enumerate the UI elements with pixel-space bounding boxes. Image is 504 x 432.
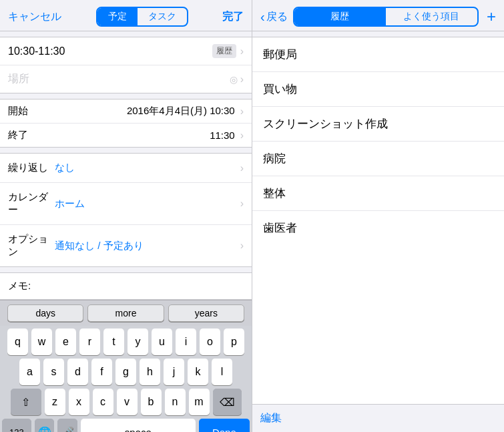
back-chevron-icon: ‹	[260, 9, 265, 25]
list-item[interactable]: 歯医者	[252, 211, 504, 245]
keyboard-area: days more years q w e r t y u i o p a s	[0, 300, 252, 432]
date-section: 開始 2016年4月4日(月) 10:30 › 終了 11:30 ›	[0, 99, 252, 148]
key-s[interactable]: s	[43, 359, 64, 385]
key-a[interactable]: a	[19, 359, 40, 385]
repeat-value: なし	[55, 162, 240, 174]
space-key[interactable]: space	[81, 419, 196, 432]
key-p[interactable]: p	[224, 329, 244, 355]
segment-control: 予定 タスク	[96, 7, 188, 27]
key-v[interactable]: v	[117, 389, 138, 415]
edit-button[interactable]: 編集	[260, 411, 282, 425]
add-button[interactable]: +	[487, 7, 496, 26]
location-placeholder: 場所	[8, 72, 230, 86]
right-top-bar: ‹ 戻る 履歴 よく使う項目 +	[252, 0, 504, 31]
options-section: 繰り返し なし › カレンダー ホーム › オプション 通知なし / 予定あり …	[0, 153, 252, 267]
start-date-row[interactable]: 開始 2016年4月4日(月) 10:30 ›	[0, 99, 252, 124]
list-item[interactable]: スクリーンショット作成	[252, 107, 504, 142]
chevron-right-icon: ›	[240, 45, 244, 57]
schedule-segment-button[interactable]: 予定	[97, 8, 138, 25]
start-label: 開始	[8, 105, 32, 118]
key-n[interactable]: n	[165, 389, 186, 415]
start-chevron-icon: ›	[240, 105, 244, 118]
calendar-chevron-icon: ›	[240, 198, 244, 210]
back-label: 戻る	[266, 10, 288, 24]
globe-key[interactable]: 🌐	[35, 419, 55, 432]
right-panel: ‹ 戻る 履歴 よく使う項目 + 郵便局 買い物 スクリーンショット作成 病院 …	[252, 0, 504, 432]
key-c[interactable]: c	[93, 389, 113, 415]
key-q[interactable]: q	[7, 329, 28, 355]
key-y[interactable]: y	[128, 329, 148, 355]
top-bar: キャンセル 予定 タスク 完了	[0, 0, 252, 31]
key-g[interactable]: g	[115, 359, 136, 385]
key-j[interactable]: j	[164, 359, 184, 385]
key-m[interactable]: m	[189, 389, 210, 415]
back-button[interactable]: ‹ 戻る	[260, 9, 288, 25]
mic-key[interactable]: 🎤	[57, 419, 77, 432]
repeat-row[interactable]: 繰り返し なし ›	[0, 154, 252, 183]
key-row-2: a s d f g h j k l	[2, 359, 250, 385]
key-rows: q w e r t y u i o p a s d f g h j k	[0, 326, 252, 432]
list-item[interactable]: 病院	[252, 142, 504, 176]
task-segment-button[interactable]: タスク	[138, 8, 187, 25]
history-segment-button[interactable]: 履歴	[294, 8, 386, 25]
end-chevron-icon: ›	[240, 130, 244, 142]
history-badge: 履歴	[212, 44, 236, 58]
list-item[interactable]: 郵便局	[252, 37, 504, 72]
key-i[interactable]: i	[176, 329, 196, 355]
time-section: 10:30-11:30 履歴 › 場所 ◎ ›	[0, 37, 252, 93]
key-k[interactable]: k	[188, 359, 208, 385]
start-date-value: 2016年4月4日(月) 10:30	[32, 105, 235, 118]
options-row[interactable]: オプション 通知なし / 予定あり ›	[0, 225, 252, 266]
key-row-1: q w e r t y u i o p	[2, 329, 250, 355]
right-footer: 編集	[252, 405, 504, 432]
keyboard-toolbar: days more years	[0, 300, 252, 326]
toolbar-years-key[interactable]: years	[168, 304, 244, 322]
end-date-value: 11:30	[32, 130, 235, 141]
list-item[interactable]: 買い物	[252, 72, 504, 107]
time-row[interactable]: 10:30-11:30 履歴 ›	[0, 37, 252, 65]
list-item[interactable]: 整体	[252, 176, 504, 211]
key-row-3: ⇧ z x c v b n m ⌫	[2, 389, 250, 415]
calendar-value: ホーム	[55, 198, 240, 210]
location-row[interactable]: 場所 ◎ ›	[0, 65, 252, 93]
memo-label: メモ:	[8, 280, 31, 291]
options-label: オプション	[8, 233, 55, 258]
num-key[interactable]: 123	[2, 419, 31, 432]
toolbar-days-key[interactable]: days	[7, 304, 83, 322]
repeat-label: 繰り返し	[8, 162, 55, 174]
key-h[interactable]: h	[140, 359, 160, 385]
key-r[interactable]: r	[79, 329, 100, 355]
key-o[interactable]: o	[200, 329, 220, 355]
key-e[interactable]: e	[55, 329, 76, 355]
keyboard-done-key[interactable]: Done	[199, 419, 250, 432]
right-segment-control: 履歴 よく使う項目	[293, 7, 479, 27]
location-icon: ◎	[230, 74, 238, 85]
repeat-chevron-icon: ›	[240, 162, 244, 174]
memo-section[interactable]: メモ:	[0, 272, 252, 300]
key-u[interactable]: u	[152, 329, 172, 355]
frequent-segment-button[interactable]: よく使う項目	[386, 8, 477, 25]
chevron-right-icon2: ›	[240, 73, 244, 85]
location-list: 郵便局 買い物 スクリーンショット作成 病院 整体 歯医者	[252, 37, 504, 405]
options-chevron-icon: ›	[240, 240, 244, 252]
done-button[interactable]: 完了	[222, 10, 244, 24]
key-x[interactable]: x	[69, 389, 89, 415]
options-value: 通知なし / 予定あり	[55, 240, 240, 252]
key-w[interactable]: w	[31, 329, 52, 355]
end-label: 終了	[8, 129, 32, 142]
end-date-row[interactable]: 終了 11:30 ›	[0, 124, 252, 147]
left-panel: キャンセル 予定 タスク 完了 10:30-11:30 履歴 › 場所 ◎ › …	[0, 0, 252, 432]
key-z[interactable]: z	[45, 389, 65, 415]
key-f[interactable]: f	[91, 359, 112, 385]
key-d[interactable]: d	[67, 359, 88, 385]
calendar-label: カレンダー	[8, 191, 55, 216]
delete-key[interactable]: ⌫	[213, 389, 242, 415]
cancel-button[interactable]: キャンセル	[8, 10, 61, 24]
calendar-row[interactable]: カレンダー ホーム ›	[0, 183, 252, 225]
key-t[interactable]: t	[103, 329, 124, 355]
key-row-bottom: 123 🌐 🎤 space Done	[2, 419, 250, 432]
toolbar-more-key[interactable]: more	[87, 304, 164, 322]
key-l[interactable]: l	[212, 359, 232, 385]
shift-key[interactable]: ⇧	[11, 389, 41, 415]
key-b[interactable]: b	[141, 389, 162, 415]
